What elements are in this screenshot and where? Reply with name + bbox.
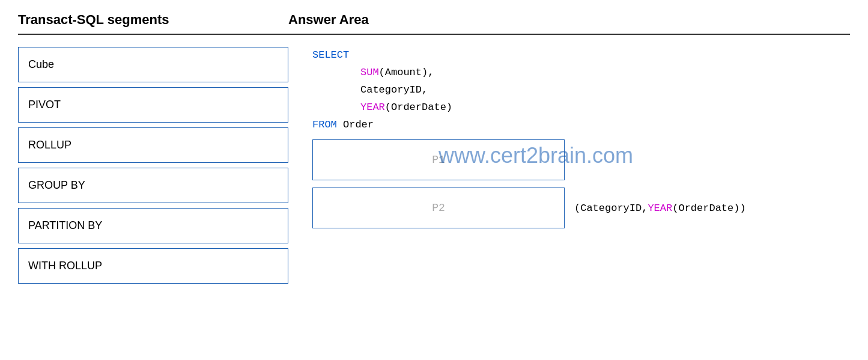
from-keyword: FROM (312, 119, 337, 130)
p2-drop-zone[interactable]: P2 (312, 188, 565, 228)
year-args: (OrderDate) (385, 102, 452, 113)
p2-row: P2 (CategoryID, YEAR(OrderDate)) (312, 188, 850, 228)
sql-block: SELECT SUM(Amount), CategoryID, YEAR(Ord… (312, 47, 850, 133)
select-keyword: SELECT (312, 49, 349, 61)
p1-label: P1 (432, 154, 445, 166)
right-column-header: Answer Area (288, 12, 850, 28)
sum-args: (Amount), (379, 67, 434, 78)
year-function: YEAR (360, 102, 385, 113)
p2-label: P2 (432, 202, 445, 214)
p2-inline-code: (CategoryID, YEAR(OrderDate)) (574, 203, 746, 214)
p2-inline-text-before: (CategoryID, (574, 203, 648, 214)
segment-rollup[interactable]: ROLLUP (18, 127, 288, 163)
segment-with-rollup[interactable]: WITH ROLLUP (18, 248, 288, 284)
year-args-2: (OrderDate)) (672, 203, 745, 214)
category-col: CategoryID, (360, 84, 428, 96)
segment-pivot[interactable]: PIVOT (18, 87, 288, 123)
sum-function: SUM (360, 67, 379, 78)
segment-partition-by[interactable]: PARTITION BY (18, 208, 288, 243)
year-function-2: YEAR (648, 203, 672, 214)
segment-group-by[interactable]: GROUP BY (18, 168, 288, 203)
from-table: Order (337, 119, 374, 130)
segment-cube[interactable]: Cube (18, 47, 288, 82)
answer-area: SELECT SUM(Amount), CategoryID, YEAR(Ord… (288, 47, 850, 228)
p1-drop-zone[interactable]: P1 (312, 139, 565, 180)
segments-list: Cube PIVOT ROLLUP GROUP BY PARTITION BY … (18, 47, 288, 288)
left-column-header: Transact-SQL segments (18, 12, 288, 28)
